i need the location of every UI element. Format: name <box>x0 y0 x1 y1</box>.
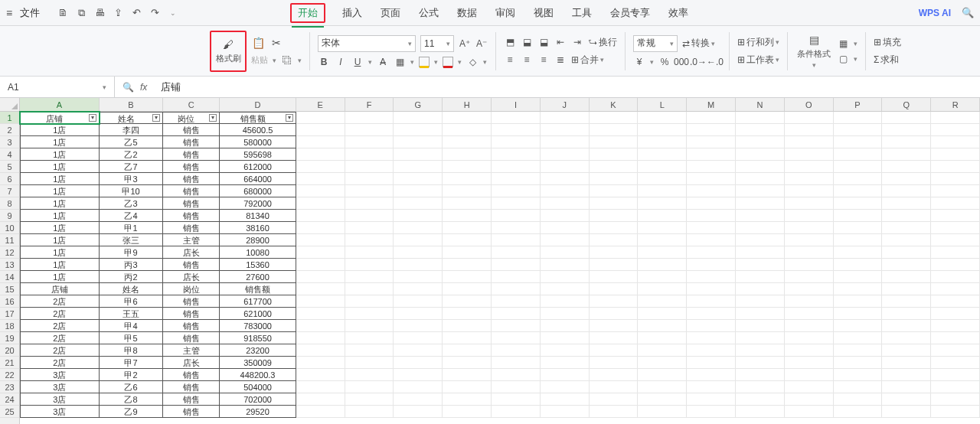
cell[interactable] <box>492 283 541 295</box>
cell[interactable] <box>296 406 345 418</box>
cell[interactable] <box>590 344 639 357</box>
cell[interactable] <box>785 406 834 418</box>
cell[interactable] <box>541 148 590 161</box>
cell[interactable] <box>345 197 394 210</box>
cell[interactable] <box>541 185 590 197</box>
cell[interactable] <box>345 271 394 283</box>
cell[interactable] <box>590 393 639 406</box>
cell[interactable] <box>834 246 883 259</box>
cell[interactable] <box>687 381 736 393</box>
cell[interactable] <box>492 197 541 210</box>
cell[interactable] <box>590 185 639 197</box>
cell[interactable]: 销售 <box>163 320 220 332</box>
cell[interactable] <box>345 222 394 234</box>
cell[interactable] <box>931 259 980 271</box>
cell[interactable] <box>736 210 785 222</box>
cell[interactable] <box>296 234 345 246</box>
cell[interactable]: 销售 <box>163 369 220 381</box>
cell[interactable] <box>296 381 345 393</box>
cell[interactable] <box>394 246 443 259</box>
cell[interactable]: 乙7 <box>100 161 164 173</box>
cell[interactable] <box>638 332 687 344</box>
cell[interactable] <box>882 112 931 124</box>
cell[interactable]: 销售 <box>163 393 220 406</box>
cell[interactable]: 680000 <box>220 185 296 197</box>
cell[interactable] <box>638 210 687 222</box>
cell[interactable]: 销售 <box>163 197 220 210</box>
tab-2[interactable]: 页面 <box>379 3 402 23</box>
cell[interactable] <box>394 173 443 185</box>
cell[interactable] <box>443 112 492 124</box>
cell[interactable] <box>785 148 834 161</box>
cell[interactable] <box>443 393 492 406</box>
cell[interactable] <box>296 112 345 124</box>
cell[interactable] <box>687 283 736 295</box>
col-header-R[interactable]: R <box>931 98 980 111</box>
cell[interactable] <box>931 369 980 381</box>
cell[interactable] <box>443 234 492 246</box>
cell[interactable]: 10080 <box>220 246 296 259</box>
wps-ai-button[interactable]: WPS AI <box>919 8 951 18</box>
format-painter-button[interactable]: 🖌 格式刷 <box>210 31 247 72</box>
cell[interactable] <box>394 295 443 308</box>
cell[interactable] <box>834 161 883 173</box>
cell[interactable] <box>736 234 785 246</box>
cell[interactable] <box>882 344 931 357</box>
cell[interactable]: 销售 <box>163 136 220 148</box>
cell[interactable] <box>345 148 394 161</box>
cell[interactable] <box>541 344 590 357</box>
cell[interactable] <box>541 320 590 332</box>
cell[interactable] <box>834 308 883 320</box>
cell[interactable] <box>931 332 980 344</box>
cell[interactable] <box>638 197 687 210</box>
cell[interactable] <box>834 197 883 210</box>
cell[interactable] <box>394 234 443 246</box>
cell[interactable] <box>882 185 931 197</box>
cell[interactable] <box>931 320 980 332</box>
col-header-K[interactable]: K <box>590 98 639 111</box>
cell[interactable]: 销售 <box>163 222 220 234</box>
cell[interactable] <box>736 271 785 283</box>
row-header-17[interactable]: 17 <box>0 308 19 320</box>
cell[interactable] <box>590 259 639 271</box>
cell[interactable] <box>345 173 394 185</box>
cell[interactable] <box>443 357 492 369</box>
cell[interactable] <box>785 259 834 271</box>
cell[interactable] <box>492 320 541 332</box>
spreadsheet-grid[interactable]: ABCDEFGHIJKLMNOPQR 123456789101112131415… <box>0 98 980 424</box>
cell[interactable] <box>394 148 443 161</box>
cell[interactable] <box>492 259 541 271</box>
cell[interactable] <box>492 332 541 344</box>
cell[interactable]: 店长 <box>163 246 220 259</box>
borders-button[interactable]: ▦ <box>394 57 406 67</box>
cell[interactable] <box>492 161 541 173</box>
cell[interactable]: 612000 <box>220 161 296 173</box>
cell[interactable] <box>345 283 394 295</box>
cell[interactable] <box>541 381 590 393</box>
merge-button[interactable]: ⊞ 合并▾ <box>571 54 604 67</box>
cell[interactable] <box>638 173 687 185</box>
cell[interactable] <box>296 344 345 357</box>
cell[interactable] <box>736 197 785 210</box>
cell[interactable] <box>443 246 492 259</box>
cell[interactable]: 姓名 <box>100 283 164 295</box>
row-header-10[interactable]: 10 <box>0 222 19 234</box>
cell[interactable] <box>931 222 980 234</box>
row-header-1[interactable]: 1 <box>0 112 19 124</box>
cell[interactable] <box>834 136 883 148</box>
cell[interactable] <box>687 357 736 369</box>
justify-icon[interactable]: ≣ <box>554 54 567 65</box>
col-header-N[interactable]: N <box>736 98 785 111</box>
cell[interactable] <box>638 234 687 246</box>
cell[interactable] <box>541 406 590 418</box>
cell[interactable] <box>931 124 980 136</box>
cell[interactable]: 甲9 <box>100 246 164 259</box>
cell[interactable]: 销售 <box>163 185 220 197</box>
col-header-G[interactable]: G <box>394 98 443 111</box>
cell[interactable] <box>687 369 736 381</box>
cell[interactable] <box>590 112 639 124</box>
cell[interactable] <box>296 197 345 210</box>
cell[interactable]: 主管 <box>163 344 220 357</box>
cell[interactable] <box>296 332 345 344</box>
cell[interactable] <box>882 295 931 308</box>
